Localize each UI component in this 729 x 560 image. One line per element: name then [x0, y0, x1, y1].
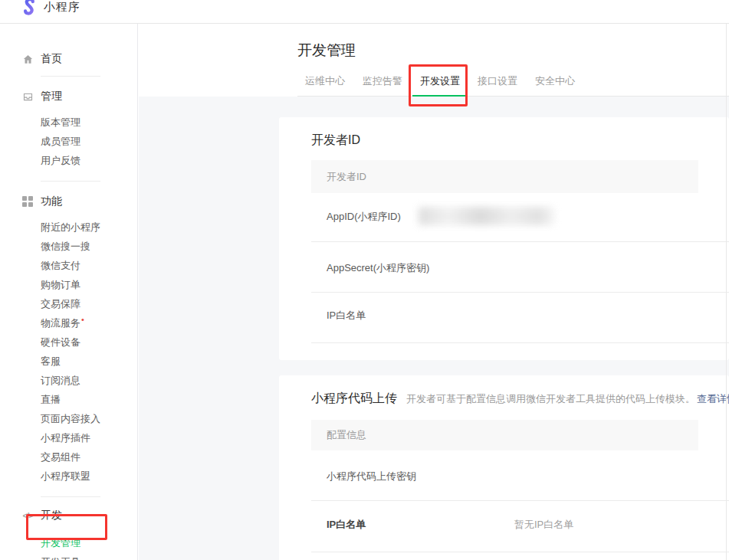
- main-content: 开发管理 运维中心 监控告警 开发设置 接口设置 安全中心 开发者ID 开发者I…: [139, 24, 729, 560]
- tab-api-settings[interactable]: 接口设置: [470, 68, 525, 97]
- sidebar-item-pagecontent[interactable]: 页面内容接入: [0, 409, 137, 428]
- sidebar-divider: [41, 181, 100, 182]
- sidebar-divider: [41, 496, 100, 497]
- code-upload-description: 开发者可基于配置信息调用微信开发者工具提供的代码上传模块。: [406, 392, 695, 406]
- sidebar-item-subscribe[interactable]: 订阅消息: [0, 371, 137, 390]
- tabs-bar: 运维中心 监控告警 开发设置 接口设置 安全中心: [297, 68, 729, 97]
- sidebar-group-manage[interactable]: 管理: [0, 89, 137, 104]
- sidebar-label-develop: 开发: [41, 509, 62, 522]
- sidebar-item-members[interactable]: 成员管理: [0, 132, 137, 151]
- view-details-link[interactable]: 查看详情: [697, 392, 729, 406]
- developer-id-table-header: 开发者ID: [311, 160, 698, 193]
- ip-whitelist-value: 暂无IP白名单: [514, 517, 573, 532]
- top-bar: 小程序: [0, 0, 729, 24]
- sidebar-item-plugins[interactable]: 小程序插件: [0, 428, 137, 447]
- row-divider: [311, 552, 729, 552]
- sidebar-label-manage: 管理: [41, 90, 62, 103]
- appid-value-masked: [419, 207, 555, 225]
- inbox-icon: [21, 90, 34, 103]
- appsecret-label: AppSecret(小程序密钥): [327, 260, 429, 276]
- tab-dev-settings[interactable]: 开发设置: [412, 68, 468, 97]
- sidebar-item-logistics[interactable]: 物流服务: [0, 313, 137, 332]
- row-divider: [311, 241, 729, 242]
- code-icon: </>: [21, 509, 34, 522]
- sidebar-item-dev-tools[interactable]: 开发工具: [0, 552, 137, 560]
- upload-key-label: 小程序代码上传密钥: [327, 469, 416, 484]
- home-icon: [21, 53, 34, 65]
- developer-id-title: 开发者ID: [311, 133, 360, 149]
- scrollbar-track[interactable]: [726, 24, 727, 560]
- row-divider: [311, 292, 729, 293]
- sidebar-item-version[interactable]: 版本管理: [0, 113, 137, 132]
- sidebar-item-guarantee[interactable]: 交易保障: [0, 294, 137, 313]
- sidebar-item-service[interactable]: 客服: [0, 352, 137, 371]
- logo-text: 小程序: [44, 0, 80, 15]
- ip-whitelist-label-2: IP白名单: [327, 517, 366, 532]
- sidebar-item-nearby[interactable]: 附近的小程序: [0, 218, 137, 237]
- sidebar-group-features[interactable]: 功能: [0, 194, 137, 209]
- sidebar-item-search[interactable]: 微信搜一搜: [0, 237, 137, 256]
- appid-label: AppID(小程序ID): [327, 209, 401, 224]
- sidebar-item-orders[interactable]: 购物订单: [0, 275, 137, 294]
- sidebar-label-home: 首页: [41, 52, 62, 66]
- miniprogram-console: 小程序 首页 管理 版本管理 成员管理 用户反馈: [0, 0, 729, 560]
- code-upload-title: 小程序代码上传: [311, 391, 397, 407]
- sidebar-item-home[interactable]: 首页: [0, 51, 137, 67]
- miniprogram-logo-icon: [21, 0, 38, 16]
- code-upload-card: 小程序代码上传 开发者可基于配置信息调用微信开发者工具提供的代码上传模块。 查看…: [279, 375, 729, 560]
- ip-whitelist-label: IP白名单: [327, 308, 366, 323]
- logo[interactable]: 小程序: [21, 0, 80, 16]
- developer-id-card: 开发者ID 开发者ID AppID(小程序ID) AppSecret(小程序密钥…: [279, 117, 729, 360]
- tab-security-center[interactable]: 安全中心: [527, 68, 583, 97]
- content-header: 开发管理 运维中心 监控告警 开发设置 接口设置 安全中心: [139, 24, 729, 97]
- sidebar-item-dev-manage[interactable]: 开发管理: [0, 533, 137, 552]
- sidebar-item-trade-component[interactable]: 交易组件: [0, 447, 137, 467]
- tab-operations-center[interactable]: 运维中心: [297, 68, 353, 97]
- row-divider: [311, 500, 729, 501]
- sidebar: 首页 管理 版本管理 成员管理 用户反馈 功能 附近的小程序 微信搜一搜: [0, 24, 138, 560]
- row-divider: [311, 342, 729, 343]
- grid-icon: [21, 195, 34, 208]
- sidebar-item-feedback[interactable]: 用户反馈: [0, 151, 137, 170]
- sidebar-label-features: 功能: [41, 195, 62, 208]
- page-title: 开发管理: [297, 41, 356, 61]
- config-info-table-header: 配置信息: [311, 420, 698, 450]
- tab-monitor-alert[interactable]: 监控告警: [355, 68, 410, 97]
- sidebar-item-live[interactable]: 直播: [0, 390, 137, 409]
- sidebar-divider: [41, 76, 100, 77]
- sidebar-item-pay[interactable]: 微信支付: [0, 256, 137, 275]
- sidebar-item-hardware[interactable]: 硬件设备: [0, 332, 137, 352]
- sidebar-group-develop[interactable]: </> 开发: [0, 508, 137, 523]
- sidebar-item-union[interactable]: 小程序联盟: [0, 467, 137, 486]
